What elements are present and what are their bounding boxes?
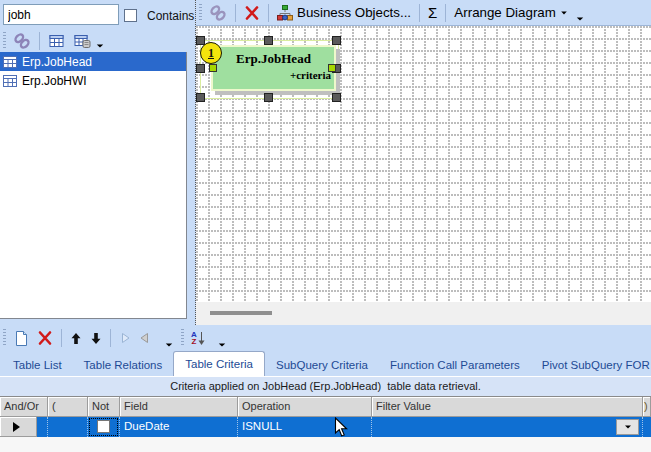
toolbar-gripper[interactable]	[181, 329, 184, 347]
toolbar-separator	[419, 4, 420, 22]
column-header-operation[interactable]: Operation	[238, 397, 372, 417]
active-row-arrow-icon	[13, 422, 20, 432]
selection-handle-ne[interactable]	[332, 36, 341, 45]
filter-value-dropdown-button[interactable]	[616, 419, 639, 435]
tab-table-list[interactable]: Table List	[2, 355, 73, 376]
next-button-disabled[interactable]	[115, 330, 135, 346]
column-header-open-paren[interactable]: (	[48, 397, 88, 417]
column-header-close-paren[interactable]: )	[643, 397, 651, 417]
sort-az-icon: A Z	[191, 331, 206, 346]
delete-node-button[interactable]	[240, 3, 264, 23]
node-criteria-label[interactable]: +criteria	[290, 69, 331, 81]
chevron-down-icon	[625, 426, 631, 429]
arrow-down-icon	[90, 332, 102, 345]
cell-close-paren[interactable]	[643, 417, 651, 437]
diagram-panel: Business Objects... Σ Arrange Diagram	[195, 0, 651, 325]
list-item-jobhwi[interactable]: Erp.JobHWI	[0, 71, 186, 90]
business-objects-button[interactable]: Business Objects...	[273, 3, 415, 23]
toolbar-gripper[interactable]	[3, 32, 6, 50]
toolbar-separator	[39, 32, 40, 50]
link-tables-button[interactable]	[9, 30, 35, 52]
table-icon	[48, 33, 65, 49]
column-header-andor[interactable]: And/Or	[0, 397, 48, 417]
table-view-button[interactable]	[44, 31, 69, 51]
cell-open-paren[interactable]	[48, 417, 88, 437]
toolbar-separator	[110, 329, 111, 347]
toolbar-separator	[61, 329, 62, 347]
list-item-label: Erp.JobHead	[22, 55, 92, 69]
tab-function-call-parameters[interactable]: Function Call Parameters	[379, 355, 531, 376]
business-objects-label: Business Objects...	[297, 5, 411, 20]
play-right-icon	[119, 332, 131, 344]
toolbar-gripper[interactable]	[3, 329, 6, 347]
arrange-diagram-label: Arrange Diagram	[454, 5, 555, 20]
new-document-icon	[13, 330, 29, 347]
selection-handle-se[interactable]	[332, 93, 341, 102]
move-up-button[interactable]	[66, 330, 86, 347]
connection-point-right[interactable]	[328, 64, 336, 72]
list-item-jobhead[interactable]: Erp.JobHead	[0, 52, 186, 71]
scrollbar-thumb[interactable]	[210, 311, 272, 315]
toolbar-overflow-arrow[interactable]	[577, 17, 583, 20]
selection-handle-sw[interactable]	[196, 93, 205, 102]
cell-andor[interactable]	[37, 417, 48, 437]
sort-down-arrow	[197, 331, 206, 346]
delete-x-icon	[244, 5, 260, 21]
previous-button-disabled[interactable]	[135, 330, 155, 346]
delete-x-icon	[37, 330, 53, 346]
selection-handle-s[interactable]	[264, 93, 273, 102]
criteria-toolbar: A Z	[0, 325, 651, 351]
toolbar-separator	[445, 4, 446, 22]
cell-field[interactable]: DueDate	[120, 417, 238, 437]
toolbar-gripper[interactable]	[199, 4, 202, 22]
toolbar-separator	[268, 4, 269, 22]
table-icon	[3, 75, 17, 87]
query-designer-window: Contains	[0, 0, 651, 452]
selection-handle-w[interactable]	[196, 64, 205, 73]
chain-link-icon	[209, 4, 227, 22]
column-header-filter-value[interactable]: Filter Value	[372, 397, 643, 417]
table-view-dropdown-arrow[interactable]	[97, 44, 103, 47]
cell-filter-value[interactable]	[372, 417, 643, 437]
nav-dropdown-arrow[interactable]	[166, 343, 172, 346]
delete-row-button[interactable]	[33, 328, 57, 348]
list-item-label: Erp.JobHWI	[22, 74, 87, 88]
cell-operation[interactable]: ISNULL	[238, 417, 372, 437]
tab-table-relations[interactable]: Table Relations	[73, 355, 174, 376]
column-header-field[interactable]: Field	[120, 397, 238, 417]
table-search-input[interactable]	[3, 4, 119, 25]
table-report-button[interactable]	[69, 31, 96, 51]
column-header-not[interactable]: Not	[88, 397, 120, 417]
cell-not[interactable]	[88, 417, 120, 437]
diagram-horizontal-scrollbar[interactable]	[196, 302, 651, 325]
add-relation-button[interactable]	[205, 2, 231, 24]
arrange-diagram-button[interactable]: Arrange Diagram	[450, 3, 571, 22]
chain-link-icon	[13, 32, 31, 50]
grid-empty-area	[0, 437, 651, 452]
diagram-node-jobhead[interactable]: Erp.JobHead +criteria	[211, 45, 336, 91]
new-row-button[interactable]	[9, 328, 33, 349]
table-report-icon	[73, 33, 92, 49]
summation-button[interactable]: Σ	[424, 4, 441, 22]
row-selector-cell[interactable]	[0, 417, 37, 437]
criteria-grid-row[interactable]: DueDate ISNULL	[0, 417, 651, 437]
table-icon	[3, 56, 17, 68]
selection-handle-n[interactable]	[264, 36, 273, 45]
table-list-toolbar	[0, 30, 187, 52]
connection-point-left[interactable]	[209, 64, 217, 72]
contains-checkbox[interactable]	[124, 9, 137, 22]
tab-subquery-criteria[interactable]: SubQuery Criteria	[265, 355, 379, 376]
node-title: Erp.JobHead	[213, 47, 334, 67]
business-objects-icon	[277, 5, 293, 21]
diagram-toolbar: Business Objects... Σ Arrange Diagram	[196, 0, 651, 26]
not-checkbox[interactable]	[97, 420, 110, 433]
tab-table-criteria[interactable]: Table Criteria	[173, 351, 265, 376]
sort-dropdown-arrow[interactable]	[219, 343, 225, 346]
toolbar-separator	[235, 4, 236, 22]
move-down-button[interactable]	[86, 330, 106, 347]
sigma-icon: Σ	[428, 6, 437, 20]
node-order-badge: 1	[200, 42, 222, 64]
diagram-canvas[interactable]: Erp.JobHead +criteria 1	[196, 26, 651, 302]
sort-button[interactable]: A Z	[187, 329, 210, 348]
tab-pivot-subquery-for-clause[interactable]: Pivot SubQuery FOR Clause	[531, 355, 651, 376]
